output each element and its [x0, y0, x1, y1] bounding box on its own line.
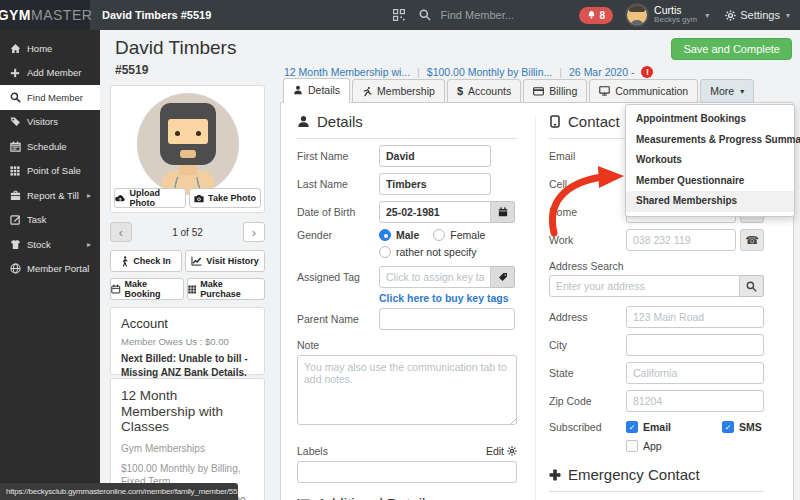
assigned-tag-input[interactable]: [379, 266, 491, 288]
settings-menu[interactable]: Settings ▾: [725, 9, 790, 21]
button-label: Visit History: [206, 256, 258, 266]
member-pager: ‹ 1 of 52 ›: [110, 222, 265, 242]
dob-calendar-button[interactable]: [491, 201, 515, 223]
red-annotation-arrow: [540, 163, 632, 243]
menu-item-appointment-bookings[interactable]: Appointment Bookings: [626, 109, 794, 130]
gender-female-radio[interactable]: Female: [433, 229, 485, 241]
check-in-button[interactable]: Check In: [110, 250, 182, 272]
radio-label: rather not specify: [396, 246, 477, 258]
make-purchase-button[interactable]: Make Purchase: [187, 278, 265, 300]
sidebar-item-member-portal[interactable]: Member Portal: [0, 257, 100, 282]
tab-billing[interactable]: Billing: [523, 79, 587, 103]
notification-count: 8: [600, 10, 606, 21]
dob-input[interactable]: [379, 201, 491, 223]
address-search-input[interactable]: [549, 275, 740, 297]
search-icon[interactable]: [419, 9, 431, 21]
parent-name-input[interactable]: [379, 308, 515, 330]
button-label: Take Photo: [208, 193, 256, 203]
account-next-billed: Next Billed: Unable to bill - Missing AN…: [121, 352, 254, 379]
state-input[interactable]: [626, 362, 764, 384]
radio-label: Male: [396, 229, 419, 241]
logo-text-light: MASTER: [31, 7, 92, 23]
grid-icon: [9, 166, 21, 176]
address-input[interactable]: [626, 306, 764, 328]
sidebar-item-label: Find Member: [27, 92, 83, 103]
member-tabs: Details Membership $ Accounts Billing Co…: [283, 77, 754, 103]
save-and-complete-button[interactable]: Save and Complete: [671, 38, 792, 60]
home-icon: [9, 43, 21, 54]
menu-item-shared-memberships[interactable]: Shared Memberships: [626, 191, 794, 212]
details-column: Details First Name Last Name Date of Bir…: [297, 103, 517, 500]
labels-input[interactable]: [297, 461, 517, 483]
address-search-button[interactable]: [740, 275, 764, 297]
first-name-input[interactable]: [379, 145, 491, 167]
subscribed-sms-checkbox[interactable]: SMS: [722, 421, 762, 433]
user-caret-down-icon[interactable]: ▾: [705, 11, 709, 20]
assigned-tag-label: Assigned Tag: [297, 271, 379, 283]
checkbox-label: App: [643, 440, 662, 452]
sidebar-item-label: Home: [27, 43, 52, 54]
sidebar-item-point-of-sale[interactable]: Point of Sale: [0, 159, 100, 184]
key-tag-button[interactable]: [491, 266, 515, 288]
user-menu[interactable]: Curtis Beckys gym: [654, 5, 697, 25]
member-photo[interactable]: [137, 93, 239, 195]
sidebar-item-report-till[interactable]: Report & Till ▸: [0, 183, 100, 208]
sidebar-item-schedule[interactable]: Schedule: [0, 134, 100, 159]
sidebar: Home Add Member Find Member Visitors Sch…: [0, 30, 100, 500]
work-phone-button[interactable]: ☎: [740, 229, 764, 251]
tab-communication[interactable]: Communication: [589, 79, 698, 103]
checkbox-label: SMS: [739, 421, 762, 433]
column-divider: [535, 117, 536, 500]
subscribed-label: Subscribed: [549, 421, 626, 433]
button-label: Make Purchase: [200, 279, 264, 299]
mobile-device-icon: [549, 115, 561, 128]
gender-male-radio[interactable]: Male: [379, 229, 419, 241]
upload-photo-button[interactable]: Upload Photo: [114, 188, 186, 208]
menu-item-measurements-progress[interactable]: Measurements & Progress Summary: [626, 130, 794, 151]
logo-text-bold: GYM: [0, 7, 31, 23]
gender-other-radio[interactable]: rather not specify: [379, 246, 477, 258]
last-name-input[interactable]: [379, 173, 491, 195]
pager-next-button[interactable]: ›: [243, 222, 265, 242]
checkbox-label: Email: [643, 421, 671, 433]
sidebar-item-add-member[interactable]: Add Member: [0, 61, 100, 86]
take-photo-button[interactable]: Take Photo: [189, 188, 261, 208]
work-phone-input[interactable]: [626, 229, 736, 251]
subscribed-email-checkbox[interactable]: Email: [626, 421, 722, 433]
pager-prev-button[interactable]: ‹: [110, 222, 132, 242]
sidebar-item-home[interactable]: Home: [0, 36, 100, 61]
tab-details[interactable]: Details: [283, 78, 350, 103]
make-booking-button[interactable]: Make Booking: [110, 278, 184, 300]
radio-dot: [379, 229, 391, 241]
email-label: Email: [549, 150, 626, 162]
member-photo-card: Upload Photo Take Photo: [110, 85, 265, 213]
address-label: Address: [549, 311, 626, 323]
status-url-tooltip: https://beckysclub.gymmasteronline.com/m…: [0, 483, 238, 500]
account-title: Account: [121, 316, 254, 331]
labels-edit-link[interactable]: Edit: [486, 445, 517, 457]
menu-item-member-questionnaire[interactable]: Member Questionnaire: [626, 171, 794, 192]
note-textarea[interactable]: [297, 355, 517, 425]
notifications-badge[interactable]: 8: [579, 7, 614, 24]
person-icon: [297, 115, 310, 128]
subscribed-app-checkbox[interactable]: App: [626, 440, 764, 452]
menu-item-workouts[interactable]: Workouts: [626, 150, 794, 171]
sidebar-item-task[interactable]: Task: [0, 208, 100, 233]
buy-key-tags-link[interactable]: Click here to buy key tags: [379, 292, 509, 304]
tab-accounts[interactable]: $ Accounts: [447, 79, 521, 103]
qr-scan-icon[interactable]: [393, 9, 405, 21]
zip-input[interactable]: [626, 390, 764, 412]
visit-history-button[interactable]: Visit History: [185, 250, 265, 272]
walking-person-icon: [121, 256, 129, 267]
sidebar-item-stock[interactable]: Stock ▸: [0, 232, 100, 257]
tab-membership[interactable]: Membership: [352, 79, 445, 103]
chart-line-icon: [191, 256, 202, 266]
sidebar-item-find-member[interactable]: Find Member: [0, 85, 100, 110]
find-member-search-input[interactable]: Find Member...: [441, 9, 579, 21]
tab-more[interactable]: More ▾: [700, 79, 754, 103]
user-avatar[interactable]: [627, 5, 647, 25]
labels-label: Labels: [297, 445, 379, 457]
city-input[interactable]: [626, 334, 764, 356]
sidebar-item-visitors[interactable]: Visitors: [0, 110, 100, 135]
gymmaster-logo[interactable]: GYMMASTER: [0, 0, 90, 30]
